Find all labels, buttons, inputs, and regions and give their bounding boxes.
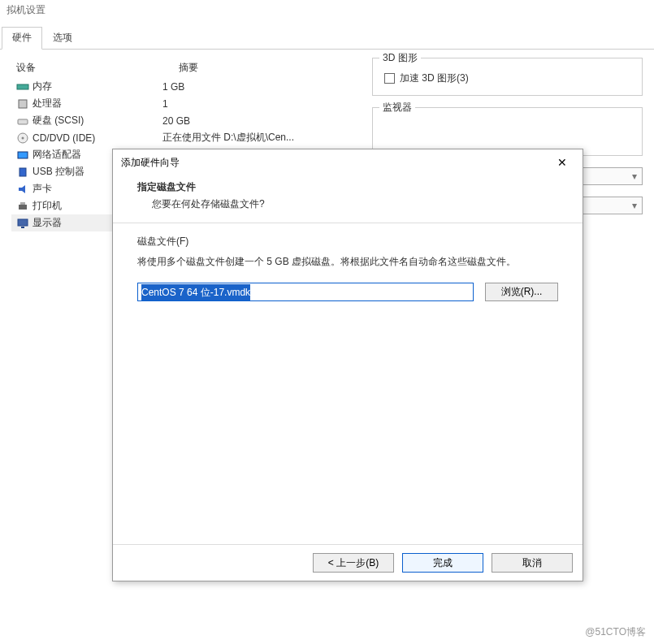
dialog-subheading: 您要在何处存储磁盘文件? <box>137 197 558 211</box>
svg-rect-9 <box>20 202 25 205</box>
dialog-body: 磁盘文件(F) 将使用多个磁盘文件创建一个 5 GB 虚拟磁盘。将根据此文件名自… <box>113 223 583 544</box>
svg-rect-2 <box>18 119 28 124</box>
cd-icon <box>16 132 29 145</box>
file-row: CentOS 7 64 位-17.vmdk 浏览(R)... <box>137 283 558 301</box>
svg-rect-6 <box>19 168 26 176</box>
hw-header-device: 设备 <box>16 61 179 75</box>
hw-device-label: 硬盘 (SCSI) <box>32 114 84 128</box>
svg-rect-5 <box>18 152 28 158</box>
hw-device-label: 声卡 <box>32 182 52 196</box>
sound-icon <box>16 183 29 196</box>
hw-table-header: 设备 摘要 <box>11 58 361 78</box>
hw-header-summary: 摘要 <box>179 61 356 75</box>
hw-device-label: 打印机 <box>32 199 62 213</box>
hw-summary-value: 1 <box>162 98 356 110</box>
checkbox-icon[interactable] <box>384 73 395 84</box>
svg-rect-1 <box>19 100 27 108</box>
back-button[interactable]: < 上一步(B) <box>313 553 394 573</box>
chevron-down-icon: ▾ <box>632 171 637 182</box>
hw-summary-value: 正在使用文件 D:\虚拟机\Cen... <box>162 131 356 145</box>
hw-device-label: 网络适配器 <box>32 148 81 162</box>
tab-hardware[interactable]: 硬件 <box>2 27 42 50</box>
hw-summary-value: 20 GB <box>162 115 356 127</box>
svg-rect-11 <box>21 227 24 228</box>
dialog-footer: < 上一步(B) 完成 取消 <box>113 544 583 581</box>
disk-file-description: 将使用多个磁盘文件创建一个 5 GB 虚拟磁盘。将根据此文件名自动命名这些磁盘文… <box>137 253 558 270</box>
dialog-header: 指定磁盘文件 您要在何处存储磁盘文件? <box>113 175 583 223</box>
hw-device-label: USB 控制器 <box>32 165 84 179</box>
disk-file-input[interactable]: CentOS 7 64 位-17.vmdk <box>137 283 474 301</box>
usb-icon <box>16 166 29 179</box>
chevron-down-icon: ▾ <box>632 200 637 211</box>
disk-file-value: CentOS 7 64 位-17.vmdk <box>141 284 250 300</box>
group-title: 3D 图形 <box>379 51 421 65</box>
svg-rect-8 <box>19 205 27 210</box>
hw-summary-value: 1 GB <box>162 81 356 93</box>
svg-rect-0 <box>17 84 28 89</box>
svg-point-4 <box>22 136 24 139</box>
dialog-titlebar: 添加硬件向导 ✕ <box>113 149 583 175</box>
hw-row-cpu[interactable]: 处理器 1 <box>11 95 361 112</box>
hw-device-label: 显示器 <box>32 216 62 230</box>
cancel-button[interactable]: 取消 <box>492 553 573 573</box>
hw-device-label: CD/DVD (IDE) <box>32 132 95 144</box>
group-3d-graphics: 3D 图形 加速 3D 图形(3) <box>372 58 643 96</box>
svg-rect-10 <box>18 219 28 226</box>
finish-button[interactable]: 完成 <box>402 553 483 573</box>
close-icon[interactable]: ✕ <box>550 154 574 171</box>
checkbox-label: 加速 3D 图形(3) <box>400 71 469 85</box>
dialog-title: 添加硬件向导 <box>121 156 180 170</box>
group-title: 监视器 <box>379 101 415 115</box>
disk-icon <box>16 115 29 128</box>
svg-marker-7 <box>19 185 25 193</box>
hw-row-disk[interactable]: 硬盘 (SCSI) 20 GB <box>11 112 361 129</box>
watermark: @51CTO博客 <box>585 625 646 639</box>
hw-row-memory[interactable]: 内存 1 GB <box>11 78 361 95</box>
hw-device-label: 处理器 <box>32 97 62 110</box>
browse-button[interactable]: 浏览(R)... <box>485 283 558 301</box>
add-hardware-wizard-dialog: 添加硬件向导 ✕ 指定磁盘文件 您要在何处存储磁盘文件? 磁盘文件(F) 将使用… <box>112 149 583 581</box>
network-icon <box>16 149 29 162</box>
printer-icon <box>16 200 29 213</box>
dialog-heading: 指定磁盘文件 <box>137 180 558 194</box>
display-icon <box>16 217 29 230</box>
cpu-icon <box>16 97 29 110</box>
tabs-row: 硬件 选项 <box>0 27 654 50</box>
hw-row-cddvd[interactable]: CD/DVD (IDE) 正在使用文件 D:\虚拟机\Cen... <box>11 129 361 146</box>
disk-file-label: 磁盘文件(F) <box>137 235 558 249</box>
window-title: 拟机设置 <box>0 0 654 20</box>
memory-icon <box>16 80 29 93</box>
tab-options[interactable]: 选项 <box>42 27 83 49</box>
hw-device-label: 内存 <box>32 80 52 93</box>
accel-3d-checkbox[interactable]: 加速 3D 图形(3) <box>381 70 634 87</box>
